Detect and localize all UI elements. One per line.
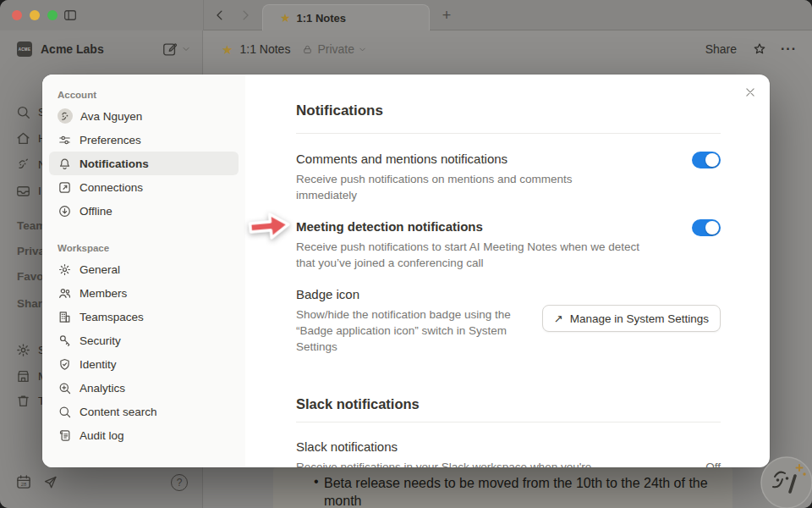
more-options-button[interactable]: ··· — [781, 41, 797, 57]
external-link-box-icon — [58, 180, 72, 195]
traffic-light-minimize[interactable] — [30, 10, 40, 20]
settings-nav-members[interactable]: Members — [49, 281, 239, 305]
toggle-meeting-detection[interactable] — [692, 219, 721, 236]
sidebar-toggle-icon[interactable] — [62, 8, 79, 23]
settings-nav-identity[interactable]: Identity — [49, 352, 239, 376]
tab-title: 1:1 Notes — [297, 12, 347, 25]
workspace-switcher[interactable]: ACME Acme Labs — [0, 30, 203, 68]
settings-nav-preferences[interactable]: Preferences — [49, 128, 239, 152]
list-item: • Beta release needs to be moved from th… — [314, 474, 728, 508]
settings-nav-teamspaces[interactable]: Teamspaces — [49, 305, 239, 329]
bell-icon — [58, 157, 72, 171]
marketplace-icon — [15, 368, 31, 384]
workspace-logo: ACME — [17, 41, 32, 57]
privacy-label[interactable]: Private — [317, 42, 354, 56]
bullet-dot: • — [314, 474, 324, 508]
window-titlebar: ★ 1:1 Notes + — [0, 0, 812, 30]
tab-1-1-notes[interactable]: ★ 1:1 Notes — [262, 4, 430, 30]
settings-nav-security[interactable]: Security — [49, 329, 239, 352]
scroll-icon — [58, 428, 72, 443]
settings-modal: Account Ava Nguyen Preferences Notificat… — [42, 75, 770, 467]
toggle-comments-mentions[interactable] — [692, 152, 721, 168]
app-window: ★ 1:1 Notes + ACME Acme Labs S H N — [0, 0, 812, 508]
workspace-section-label: Workspace — [49, 242, 239, 254]
key-icon — [58, 334, 72, 348]
share-button[interactable]: Share — [705, 42, 737, 56]
account-section-label: Account — [49, 89, 239, 101]
settings-nav-analytics[interactable]: Analytics — [49, 376, 239, 400]
home-icon — [15, 130, 31, 146]
setting-title: Comments and mentions notifications — [296, 151, 607, 168]
gear-icon — [15, 342, 31, 358]
settings-page-title: Notifications — [296, 102, 721, 120]
download-circle-icon — [58, 204, 72, 218]
setting-description: Receive push notifications to start AI M… — [296, 239, 651, 271]
setting-description: Receive push notifications on mentions a… — [296, 171, 607, 203]
search-icon — [15, 104, 31, 120]
divider — [296, 133, 721, 134]
settings-nav-notifications[interactable]: Notifications — [49, 152, 239, 175]
breadcrumb-page-title[interactable]: 1:1 Notes — [239, 42, 290, 56]
setting-row-slack-notifications: Slack notifications Receive notification… — [296, 439, 721, 467]
notion-ai-face-icon — [15, 157, 31, 173]
setting-description: Show/hide the notification badge using t… — [296, 306, 523, 355]
help-button[interactable]: ? — [171, 474, 188, 491]
lock-icon — [302, 44, 313, 55]
close-icon[interactable] — [743, 85, 758, 100]
new-tab-button[interactable]: + — [436, 5, 457, 25]
search-icon — [58, 405, 72, 419]
settings-nav-connections[interactable]: Connections — [49, 175, 239, 199]
bullet-text: Beta release needs to be moved from the … — [324, 474, 728, 508]
traffic-light-zoom[interactable] — [47, 10, 58, 20]
workspace-name: Acme Labs — [41, 42, 162, 56]
button-label: Manage in System Settings — [570, 312, 709, 325]
avatar — [58, 108, 73, 124]
sidebar-footer: 28 ? — [0, 467, 203, 508]
nav-forward-icon[interactable] — [238, 8, 253, 23]
setting-description: Receive notifications in your Slack work… — [296, 459, 591, 467]
people-icon — [58, 286, 72, 301]
manage-system-settings-button[interactable]: ↗ Manage in System Settings — [542, 305, 721, 332]
tab-favorite-star-icon: ★ — [280, 12, 291, 24]
send-icon[interactable] — [42, 474, 58, 490]
sidebar-divider — [203, 0, 204, 30]
settings-sidebar: Account Ava Nguyen Preferences Notificat… — [42, 75, 245, 467]
magnifier-plus-icon — [58, 381, 72, 395]
external-link-icon: ↗ — [554, 312, 563, 325]
building-icon — [58, 310, 72, 324]
settings-nav-account[interactable]: Ava Nguyen — [49, 104, 239, 128]
traffic-light-close[interactable] — [12, 10, 22, 20]
compose-chevron-down-icon[interactable] — [181, 44, 191, 54]
setting-title: Badge icon — [296, 286, 523, 303]
compose-icon[interactable] — [162, 41, 178, 58]
ai-cursor-badge — [756, 452, 812, 508]
sliders-icon — [58, 133, 72, 147]
settings-nav-general[interactable]: General — [49, 257, 239, 281]
favorite-star-outline-icon[interactable] — [752, 41, 767, 57]
setting-row-comments-mentions: Comments and mentions notifications Rece… — [296, 151, 721, 203]
slack-section-title: Slack notifications — [296, 395, 721, 413]
breadcrumb-favorite-star-icon: ★ — [222, 43, 233, 56]
toggle-knob — [705, 221, 719, 235]
page-header: ★ 1:1 Notes Private Share ··· — [203, 30, 812, 68]
setting-row-badge-icon: Badge icon Show/hide the notification ba… — [296, 286, 721, 355]
svg-text:28: 28 — [21, 482, 26, 487]
nav-back-icon[interactable] — [212, 8, 228, 23]
divider — [296, 422, 721, 422]
setting-title: Meeting detection notifications — [296, 218, 651, 235]
notes-block: • Beta release needs to be moved from th… — [273, 467, 732, 508]
annotation-arrow-icon — [244, 206, 296, 249]
setting-title: Slack notifications — [296, 439, 721, 456]
toggle-knob — [705, 153, 719, 167]
settings-nav-content-search[interactable]: Content search — [49, 400, 239, 423]
inbox-icon — [15, 183, 31, 199]
settings-nav-offline[interactable]: Offline — [49, 199, 239, 223]
calendar-icon[interactable]: 28 — [15, 473, 32, 490]
settings-nav-audit-log[interactable]: Audit log — [49, 423, 239, 447]
slack-notifications-value[interactable]: Off — [705, 461, 721, 467]
gear-icon — [58, 262, 72, 277]
trash-icon — [15, 393, 31, 409]
shield-check-icon — [58, 357, 72, 372]
privacy-chevron-down-icon[interactable] — [358, 45, 367, 54]
setting-row-meeting-detection: Meeting detection notifications Receive … — [296, 218, 721, 271]
